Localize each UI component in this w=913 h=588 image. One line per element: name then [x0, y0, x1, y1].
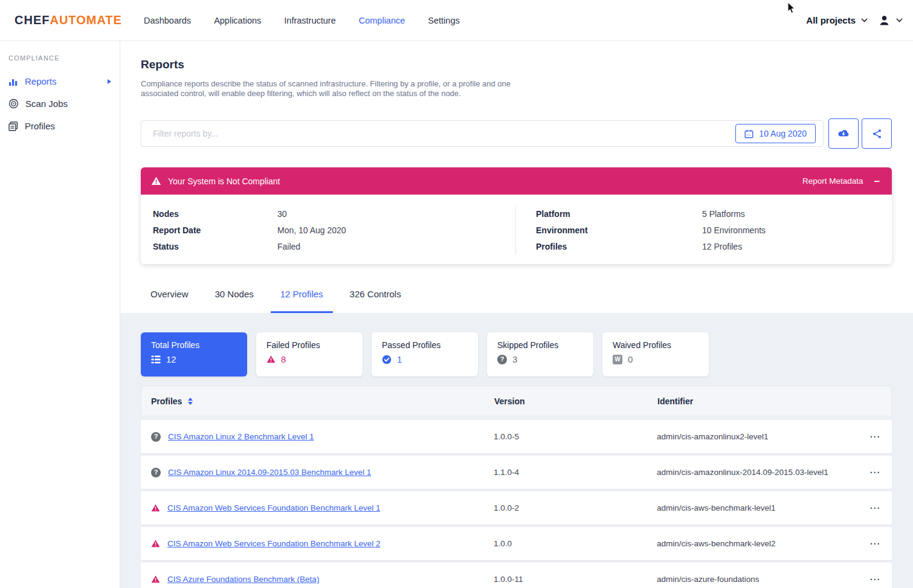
card-title: Total Profiles — [151, 340, 247, 350]
table-row: ? CIS Amazon Linux 2 Benchmark Level 1 1… — [141, 420, 892, 453]
card-title: Waived Profiles — [613, 340, 709, 350]
share-icon — [872, 129, 882, 139]
sidebar-item-scan-jobs[interactable]: Scan Jobs — [0, 92, 120, 115]
download-report-button[interactable] — [828, 118, 859, 149]
card-title: Passed Profiles — [382, 340, 478, 350]
nav-item-dashboards[interactable]: Dashboards — [144, 16, 191, 25]
waived-profiles-card[interactable]: Waived Profiles W 0 — [602, 332, 709, 376]
filter-bar[interactable]: 10 Aug 2020 — [141, 120, 824, 147]
table-row: CIS Azure Foundations Benchmark (Beta) 1… — [141, 563, 892, 588]
version-cell: 1.1.0-4 — [494, 468, 657, 477]
metadata-label: Profiles — [536, 242, 702, 251]
sidebar-item-label: Reports — [25, 76, 57, 86]
metadata-row: Report Date Mon, 10 Aug 2020 — [153, 222, 515, 238]
waived-badge-icon: W — [613, 355, 622, 364]
nav-right-cluster: All projects — [806, 15, 903, 27]
identifier-cell: admin/cis-amazonlinux-2014.09-2015.03-le… — [657, 468, 858, 477]
tab-overview[interactable]: Overview — [141, 284, 198, 313]
logo-chef-text: CHEF — [15, 13, 50, 27]
table-row: CIS Amazon Web Services Foundation Bench… — [141, 527, 892, 560]
chevron-down-icon[interactable] — [861, 18, 868, 23]
metadata-label: Platform — [536, 209, 702, 219]
nav-item-compliance[interactable]: Compliance — [359, 16, 405, 25]
stacked-documents-icon — [8, 121, 18, 131]
metadata-value: 10 Environments — [702, 225, 766, 235]
failed-triangle-icon — [266, 355, 276, 363]
chef-automate-app: CHEFAUTOMATE Dashboards Applications Inf… — [0, 0, 913, 588]
tab-profiles[interactable]: 12 Profiles — [271, 284, 333, 313]
profiles-table-header: Profiles Version Identifier — [141, 386, 892, 416]
profile-link[interactable]: CIS Amazon Linux 2 Benchmark Level 1 — [168, 432, 314, 441]
report-tabs: Overview 30 Nodes 12 Profiles 326 Contro… — [141, 284, 892, 313]
nav-item-applications[interactable]: Applications — [214, 16, 261, 25]
tab-controls[interactable]: 326 Controls — [340, 284, 411, 313]
passed-profiles-card[interactable]: Passed Profiles 1 — [372, 332, 478, 376]
projects-selector[interactable]: All projects — [806, 15, 856, 25]
collapse-icon[interactable]: – — [874, 176, 880, 186]
cloud-download-icon — [837, 129, 850, 138]
report-metadata-body: Nodes 30 Report Date Mon, 10 Aug 2020 St… — [141, 195, 892, 264]
reports-header-section: Reports Compliance reports describe the … — [120, 41, 913, 313]
passed-check-icon — [382, 355, 392, 364]
failed-profiles-card[interactable]: Failed Profiles 8 — [256, 332, 363, 376]
row-menu-icon[interactable]: ⋯ — [869, 573, 880, 585]
table-row: ? CIS Amazon Linux 2014.09-2015.03 Bench… — [141, 456, 892, 489]
skipped-question-icon: ? — [151, 432, 161, 442]
metadata-label: Environment — [536, 225, 702, 235]
user-profile-icon[interactable] — [878, 15, 891, 27]
metadata-value: 30 — [277, 209, 287, 219]
tab-nodes[interactable]: 30 Nodes — [205, 284, 263, 313]
row-menu-icon[interactable]: ⋯ — [869, 538, 880, 549]
sort-toggle-icon[interactable] — [188, 398, 193, 405]
expand-arrow-icon[interactable] — [108, 79, 111, 84]
top-navigation-bar: CHEFAUTOMATE Dashboards Applications Inf… — [0, 0, 913, 41]
date-picker-button[interactable]: 10 Aug 2020 — [735, 124, 816, 143]
metadata-row: Status Failed — [153, 238, 515, 254]
banner-message: Your System is Not Compliant — [168, 176, 280, 186]
reports-toolbar: 10 Aug 2020 — [141, 118, 892, 149]
chevron-down-icon[interactable] — [896, 18, 903, 23]
row-menu-icon[interactable]: ⋯ — [869, 431, 880, 442]
profile-link[interactable]: CIS Azure Foundations Benchmark (Beta) — [167, 575, 319, 584]
profile-name-cell: ? CIS Amazon Linux 2014.09-2015.03 Bench… — [141, 468, 494, 477]
profile-summary-cards: Total Profiles 12 Failed Profiles — [141, 332, 892, 376]
card-value: 1 — [397, 354, 402, 364]
skipped-question-icon: ? — [497, 355, 507, 364]
nav-item-settings[interactable]: Settings — [428, 16, 459, 25]
metadata-row: Environment 10 Environments — [536, 222, 892, 238]
identifier-cell: admin/cis-aws-benchmark-level1 — [657, 503, 858, 512]
sidebar-item-label: Scan Jobs — [25, 99, 68, 109]
failed-triangle-icon — [151, 575, 160, 583]
metadata-label: Report Date — [153, 225, 277, 235]
profile-link[interactable]: CIS Amazon Web Services Foundation Bench… — [167, 503, 380, 512]
filter-reports-input[interactable] — [153, 129, 735, 138]
table-row: CIS Amazon Web Services Foundation Bench… — [141, 491, 892, 525]
row-menu-icon[interactable]: ⋯ — [869, 502, 880, 514]
row-menu-icon[interactable]: ⋯ — [869, 467, 880, 478]
report-metadata-toggle[interactable]: Report Metadata — [802, 176, 863, 186]
share-report-button[interactable] — [862, 118, 892, 149]
sidebar-item-profiles[interactable]: Profiles — [0, 115, 120, 137]
skipped-profiles-card[interactable]: Skipped Profiles ? 3 — [487, 332, 593, 376]
card-title: Skipped Profiles — [497, 340, 593, 350]
profile-link[interactable]: CIS Amazon Web Services Foundation Bench… — [167, 539, 380, 548]
card-stat: W 0 — [613, 354, 709, 364]
report-metadata-panel: Your System is Not Compliant Report Meta… — [141, 167, 892, 264]
main-content: Reports Compliance reports describe the … — [120, 41, 913, 588]
sidebar-item-reports[interactable]: Reports — [0, 70, 120, 92]
metadata-row: Nodes 30 — [153, 205, 515, 222]
compliance-sidebar: COMPLIANCE Reports Scan Jobs Profile — [0, 41, 120, 588]
card-value: 8 — [281, 354, 286, 364]
version-cell: 1.0.0 — [494, 539, 657, 548]
chef-automate-logo[interactable]: CHEFAUTOMATE — [15, 13, 122, 27]
metadata-label: Nodes — [153, 209, 277, 219]
nav-item-infrastructure[interactable]: Infrastructure — [284, 16, 335, 25]
primary-nav: Dashboards Applications Infrastructure C… — [144, 16, 460, 25]
profile-link[interactable]: CIS Amazon Linux 2014.09-2015.03 Benchma… — [168, 468, 371, 477]
metadata-left-column: Nodes 30 Report Date Mon, 10 Aug 2020 St… — [141, 205, 515, 254]
metadata-value: 12 Profiles — [702, 242, 742, 251]
metadata-row: Profiles 12 Profiles — [536, 238, 892, 254]
date-label: 10 Aug 2020 — [759, 129, 807, 138]
total-profiles-card[interactable]: Total Profiles 12 — [141, 332, 247, 376]
profiles-tab-content: Total Profiles 12 Failed Profiles — [120, 313, 913, 588]
